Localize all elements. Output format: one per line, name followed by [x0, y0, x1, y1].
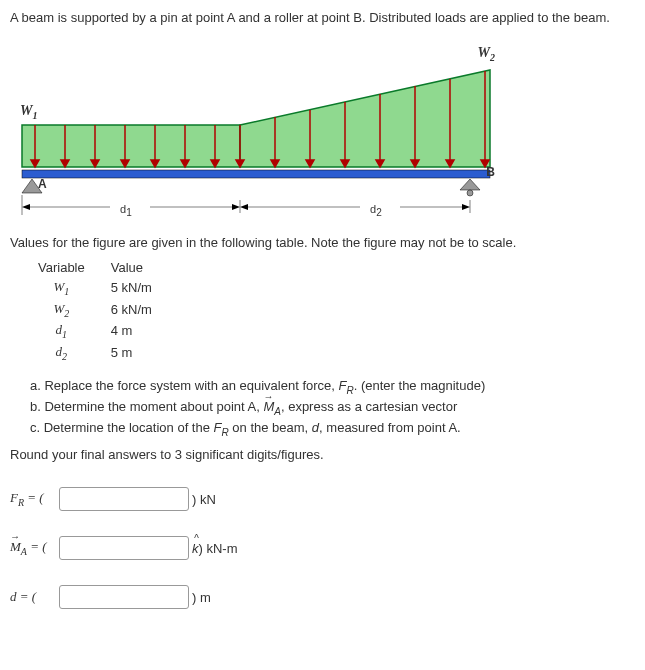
- question-a: a. Replace the force system with an equi…: [30, 378, 635, 396]
- ma-input[interactable]: [59, 536, 189, 560]
- svg-point-3: [467, 190, 473, 196]
- d-answer-row: d = ( ) m: [10, 585, 635, 609]
- svg-marker-42: [240, 204, 248, 210]
- table-header-value: Value: [103, 258, 170, 277]
- question-b: b. Determine the moment about point A, →…: [30, 399, 635, 417]
- values-table: Variable Value W1 5 kN/m W2 6 kN/m d1 4 …: [30, 258, 170, 363]
- question-c: c. Determine the location of the FR on t…: [30, 420, 635, 438]
- fr-input[interactable]: [59, 487, 189, 511]
- d-unit: ) m: [192, 590, 211, 605]
- svg-marker-38: [22, 204, 30, 210]
- table-header-variable: Variable: [30, 258, 103, 277]
- svg-rect-0: [22, 170, 490, 178]
- fr-answer-row: FR = ( ) kN: [10, 487, 635, 511]
- d-input[interactable]: [59, 585, 189, 609]
- table-row: d2 5 m: [30, 342, 170, 364]
- table-row: W1 5 kN/m: [30, 277, 170, 299]
- rounding-instruction: Round your final answers to 3 significan…: [10, 447, 635, 462]
- table-intro: Values for the figure are given in the f…: [10, 235, 635, 250]
- table-row: W2 6 kN/m: [30, 299, 170, 321]
- point-a-label: A: [38, 177, 47, 191]
- fr-label: FR = (: [10, 490, 55, 508]
- w2-label: W2: [478, 45, 495, 63]
- ma-label: →MA = (: [10, 539, 55, 557]
- d1-label: d1: [120, 203, 132, 218]
- table-row: d1 4 m: [30, 320, 170, 342]
- ma-answer-row: →MA = ( k) kN-m: [10, 536, 635, 560]
- svg-marker-40: [232, 204, 240, 210]
- d2-label: d2: [370, 203, 382, 218]
- fr-unit: ) kN: [192, 492, 216, 507]
- w1-label: W1: [20, 103, 37, 121]
- d-label: d = (: [10, 589, 55, 605]
- problem-statement: A beam is supported by a pin at point A …: [10, 10, 635, 25]
- ma-unit: k) kN-m: [192, 541, 238, 556]
- svg-marker-44: [462, 204, 470, 210]
- svg-marker-2: [460, 179, 480, 190]
- beam-figure: W1 W2 A B d1 d2: [10, 35, 510, 205]
- questions-block: a. Replace the force system with an equi…: [30, 378, 635, 437]
- point-b-label: B: [486, 165, 495, 179]
